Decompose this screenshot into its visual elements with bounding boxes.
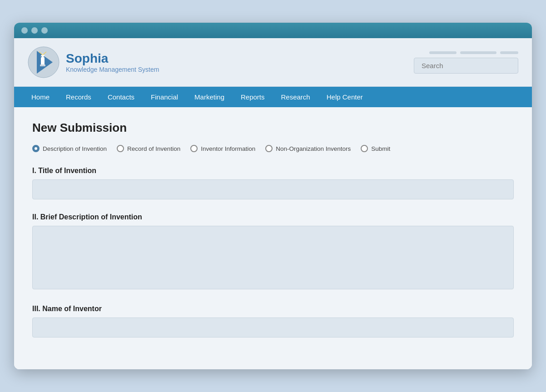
logo-subtitle: Knowledge Management System: [66, 66, 159, 73]
header-bar-2: [460, 51, 496, 54]
wizard-step-description[interactable]: Description of Invention: [32, 145, 107, 152]
svg-rect-4: [40, 65, 45, 66]
brief-description-textarea[interactable]: [32, 226, 514, 289]
browser-titlebar: [14, 23, 532, 38]
nav-item-research[interactable]: Research: [273, 87, 318, 107]
name-of-inventor-input[interactable]: [32, 318, 514, 337]
logo-area: Sophia Knowledge Management System: [28, 46, 159, 78]
app-header: Sophia Knowledge Management System: [14, 38, 532, 87]
form-label-title: I. Title of Invention: [32, 167, 514, 175]
nav-item-marketing[interactable]: Marketing: [186, 87, 233, 107]
form-label-description: II. Brief Description of Invention: [32, 213, 514, 221]
form-section-description: II. Brief Description of Invention: [32, 213, 514, 291]
step-radio-description: [32, 145, 40, 152]
nav-item-help-center[interactable]: Help Center: [318, 87, 371, 107]
wizard-step-submit[interactable]: Submit: [361, 145, 390, 152]
header-bar-1: [429, 51, 457, 54]
logo-title: Sophia: [66, 51, 159, 66]
page-title: New Submission: [32, 121, 514, 135]
wizard-step-record[interactable]: Record of Invention: [117, 145, 180, 152]
step-label-description: Description of Invention: [43, 145, 107, 152]
browser-dot-red: [21, 27, 28, 34]
header-bar-3: [500, 51, 518, 54]
form-label-inventor: III. Name of Inventor: [32, 305, 514, 313]
browser-dot-green: [41, 27, 48, 34]
form-section-title: I. Title of Invention: [32, 167, 514, 199]
step-label-inventor-info: Inventor Information: [201, 145, 255, 152]
step-radio-non-org: [265, 145, 273, 152]
wizard-step-non-org[interactable]: Non-Organization Inventors: [265, 145, 351, 152]
nav-item-financial[interactable]: Financial: [143, 87, 186, 107]
header-controls: [429, 51, 518, 54]
nav-item-home[interactable]: Home: [23, 87, 58, 107]
step-radio-record: [117, 145, 124, 152]
step-radio-inventor-info: [190, 145, 198, 152]
wizard-steps: Description of Invention Record of Inven…: [32, 145, 514, 152]
title-of-invention-input[interactable]: [32, 179, 514, 199]
nav-item-reports[interactable]: Reports: [233, 87, 273, 107]
step-label-non-org: Non-Organization Inventors: [276, 145, 351, 152]
logo-text-block: Sophia Knowledge Management System: [66, 51, 159, 73]
header-right: [414, 51, 518, 74]
step-label-record: Record of Invention: [127, 145, 180, 152]
svg-rect-1: [41, 57, 45, 65]
nav-bar: Home Records Contacts Financial Marketin…: [14, 87, 532, 107]
step-radio-submit: [361, 145, 368, 152]
nav-item-contacts[interactable]: Contacts: [99, 87, 143, 107]
browser-content: Sophia Knowledge Management System Home …: [14, 38, 532, 369]
main-content: New Submission Description of Invention …: [14, 107, 532, 369]
form-section-inventor: III. Name of Inventor: [32, 305, 514, 337]
logo-icon: [28, 46, 60, 78]
search-input[interactable]: [414, 58, 518, 74]
step-label-submit: Submit: [371, 145, 390, 152]
browser-dot-yellow: [31, 27, 38, 34]
wizard-step-inventor-info[interactable]: Inventor Information: [190, 145, 255, 152]
browser-window: Sophia Knowledge Management System Home …: [14, 23, 532, 369]
nav-item-records[interactable]: Records: [58, 87, 99, 107]
